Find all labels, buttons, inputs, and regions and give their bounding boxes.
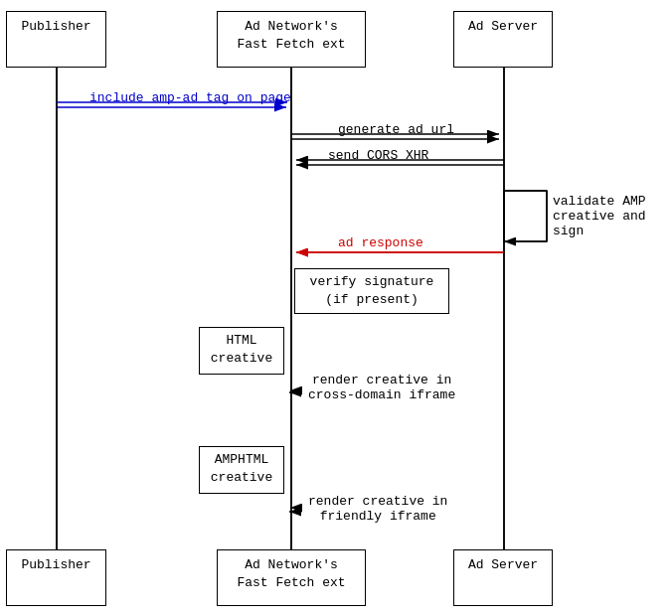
diagram: Publisher Ad Network'sFast Fetch ext Ad … <box>0 0 672 616</box>
label-ad-response: ad response <box>338 235 423 250</box>
adserver-top-label: Ad Server <box>468 19 538 34</box>
html-creative-box: HTMLcreative <box>199 327 284 375</box>
publisher-bot-label: Publisher <box>21 557 90 572</box>
publisher-top-box: Publisher <box>6 11 106 68</box>
adserver-bot-label: Ad Server <box>468 557 538 572</box>
label-render-crossdomain: render creative incross-domain iframe <box>308 373 455 402</box>
adnetwork-bot-box: Ad Network'sFast Fetch ext <box>217 549 366 606</box>
adnetwork-top-box: Ad Network'sFast Fetch ext <box>217 11 366 68</box>
adnetwork-top-label: Ad Network'sFast Fetch ext <box>237 19 345 52</box>
label-send-cors: send CORS XHR <box>328 148 428 163</box>
publisher-top-label: Publisher <box>21 19 90 34</box>
adserver-top-box: Ad Server <box>453 11 553 68</box>
amphtml-creative-box: AMPHTMLcreative <box>199 446 284 494</box>
verify-sig-box: verify signature(if present) <box>294 268 449 314</box>
adserver-bot-box: Ad Server <box>453 549 553 606</box>
verify-sig-label: verify signature(if present) <box>310 274 434 307</box>
html-creative-label: HTMLcreative <box>211 333 272 366</box>
label-render-friendly: render creative infriendly iframe <box>308 494 447 524</box>
label-amp-ad-tag: include amp-ad tag on page <box>89 90 291 105</box>
label-generate-ad-url: generate ad url <box>338 122 454 137</box>
adnetwork-bot-label: Ad Network'sFast Fetch ext <box>237 557 345 590</box>
label-validate-amp: validate AMPcreative and sign <box>553 194 672 238</box>
amphtml-creative-label: AMPHTMLcreative <box>211 452 272 485</box>
publisher-bot-box: Publisher <box>6 549 106 606</box>
